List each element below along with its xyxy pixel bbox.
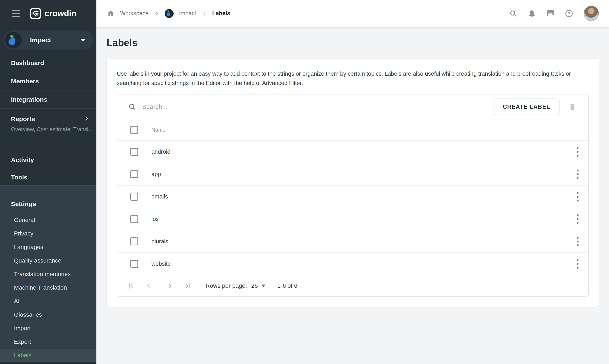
- first-page-icon[interactable]: [127, 282, 135, 290]
- sidebar-item-ai[interactable]: AI: [0, 294, 96, 308]
- sidebar-item-tools[interactable]: Tools: [0, 169, 96, 185]
- sidebar-item-translation-memories[interactable]: Translation memories: [0, 267, 96, 281]
- label-name: website: [151, 261, 171, 267]
- table-row[interactable]: app: [117, 163, 588, 186]
- row-menu-kebab-icon[interactable]: [575, 146, 580, 158]
- sidebar-item-label: Tools: [11, 174, 96, 181]
- main-content: Labels Use labels in your project for an…: [96, 27, 609, 364]
- user-avatar[interactable]: [584, 6, 599, 21]
- sidebar-item-label: Members: [11, 78, 96, 85]
- breadcrumb-project[interactable]: Impact: [179, 10, 196, 17]
- chevron-right-icon: [154, 11, 159, 16]
- chevron-down-icon: [80, 39, 85, 42]
- label-name: android: [151, 149, 171, 155]
- brand-name: crowdin: [45, 9, 76, 18]
- label-name: app: [151, 171, 161, 178]
- row-checkbox[interactable]: [130, 148, 138, 156]
- row-menu-kebab-icon[interactable]: [575, 235, 580, 247]
- project-avatar-icon: [5, 32, 22, 48]
- chevron-right-icon: [84, 116, 89, 121]
- sidebar-nav: Dashboard Members Integrations Reports O…: [0, 54, 96, 185]
- topbar: Workspace Impact Labels ?: [96, 0, 609, 27]
- breadcrumb: Workspace Impact Labels: [106, 9, 230, 18]
- sidebar-item-languages[interactable]: Languages: [0, 240, 96, 254]
- home-icon[interactable]: [106, 10, 115, 18]
- table-row[interactable]: ios: [117, 208, 588, 230]
- project-switcher[interactable]: Impact: [3, 30, 93, 50]
- search-icon[interactable]: [509, 10, 517, 18]
- search-input[interactable]: [142, 103, 493, 110]
- rows-per-page-label: Rows per page:: [206, 282, 247, 289]
- sidebar-item-dashboard[interactable]: Dashboard: [0, 54, 96, 72]
- menu-icon[interactable]: [12, 10, 20, 17]
- sidebar-item-quality-assurance[interactable]: Quality assurance: [0, 254, 96, 267]
- select-all-checkbox[interactable]: [130, 126, 138, 134]
- rows-per-page-select[interactable]: 25: [251, 282, 258, 289]
- sidebar-item-privacy[interactable]: Privacy: [0, 227, 96, 240]
- sidebar-item-members[interactable]: Members: [0, 72, 96, 90]
- label-name: emails: [151, 194, 168, 200]
- sidebar-item-label: Integrations: [11, 96, 96, 103]
- sidebar-settings-header[interactable]: Settings: [11, 200, 96, 208]
- svg-text:?: ?: [568, 11, 570, 16]
- column-header-name: Name: [151, 127, 166, 133]
- row-menu-kebab-icon[interactable]: [575, 191, 580, 203]
- sidebar-item-labels[interactable]: Labels: [0, 349, 96, 362]
- chevron-down-icon[interactable]: [262, 285, 265, 287]
- labels-description: Use labels in your project for an easy w…: [117, 69, 589, 88]
- toolbar: CREATE LABEL: [117, 94, 588, 119]
- breadcrumb-current: Labels: [212, 10, 230, 17]
- table-row[interactable]: plurals: [117, 230, 588, 253]
- row-checkbox[interactable]: [130, 170, 138, 178]
- project-avatar-icon: [165, 9, 174, 18]
- notifications-bell-icon[interactable]: [528, 10, 536, 18]
- labels-panel: CREATE LABEL Name android app: [117, 94, 589, 297]
- sidebar-settings-section: Settings General Privacy Languages Quali…: [0, 185, 96, 362]
- help-icon[interactable]: ?: [565, 10, 573, 18]
- sidebar-item-integrations[interactable]: Integrations: [0, 90, 96, 108]
- pagination-range: 1-6 of 6: [277, 282, 297, 289]
- table-row[interactable]: website: [117, 253, 588, 275]
- labels-card: Use labels in your project for an easy w…: [106, 59, 599, 307]
- sidebar-item-general[interactable]: General: [0, 213, 96, 227]
- row-checkbox[interactable]: [130, 215, 138, 223]
- sidebar-item-machine-translation[interactable]: Machine Translation: [0, 281, 96, 294]
- last-page-icon[interactable]: [183, 282, 192, 290]
- label-name: plurals: [151, 238, 168, 245]
- row-menu-kebab-icon[interactable]: [575, 213, 580, 225]
- row-checkbox[interactable]: [130, 237, 138, 246]
- delete-trash-icon[interactable]: [569, 102, 576, 111]
- table-row[interactable]: android: [117, 141, 588, 163]
- sidebar-item-import[interactable]: Import: [0, 322, 96, 335]
- sidebar-item-label: Dashboard: [11, 59, 96, 66]
- table-header-row: Name: [117, 119, 588, 141]
- sidebar-item-subtitle: Overview, Cost estimate, Transl…: [11, 126, 96, 132]
- sidebar-header: crowdin: [0, 0, 96, 27]
- topbar-actions: ?: [509, 6, 599, 21]
- page-title: Labels: [106, 36, 599, 49]
- sidebar-item-glossaries[interactable]: Glossaries: [0, 308, 96, 322]
- sidebar-bottom-strip: [0, 362, 96, 364]
- sidebar-item-reports[interactable]: Reports Overview, Cost estimate, Transl…: [0, 108, 96, 151]
- sidebar-item-activity[interactable]: Activity: [0, 151, 96, 169]
- chevron-right-icon: [202, 11, 207, 16]
- table-row[interactable]: emails: [117, 186, 588, 208]
- crowdin-logo[interactable]: crowdin: [30, 8, 76, 19]
- breadcrumb-workspace[interactable]: Workspace: [120, 10, 149, 17]
- row-menu-kebab-icon[interactable]: [575, 258, 580, 270]
- row-checkbox[interactable]: [130, 260, 138, 268]
- sidebar-item-label: Activity: [11, 156, 96, 164]
- next-page-icon[interactable]: [166, 282, 174, 290]
- sidebar-item-export[interactable]: Export: [0, 335, 96, 349]
- sidebar: crowdin Impact Dashboard Members Integra…: [0, 0, 96, 364]
- messages-icon[interactable]: [546, 10, 555, 18]
- previous-page-icon[interactable]: [144, 282, 153, 290]
- search-icon: [128, 103, 136, 111]
- pagination: Rows per page: 25 1-6 of 6: [117, 275, 588, 296]
- project-switcher-name: Impact: [30, 36, 51, 44]
- row-checkbox[interactable]: [130, 193, 138, 201]
- label-name: ios: [151, 216, 159, 222]
- crowdin-logo-icon: [30, 8, 41, 19]
- create-label-button[interactable]: CREATE LABEL: [493, 99, 560, 115]
- row-menu-kebab-icon[interactable]: [575, 168, 580, 180]
